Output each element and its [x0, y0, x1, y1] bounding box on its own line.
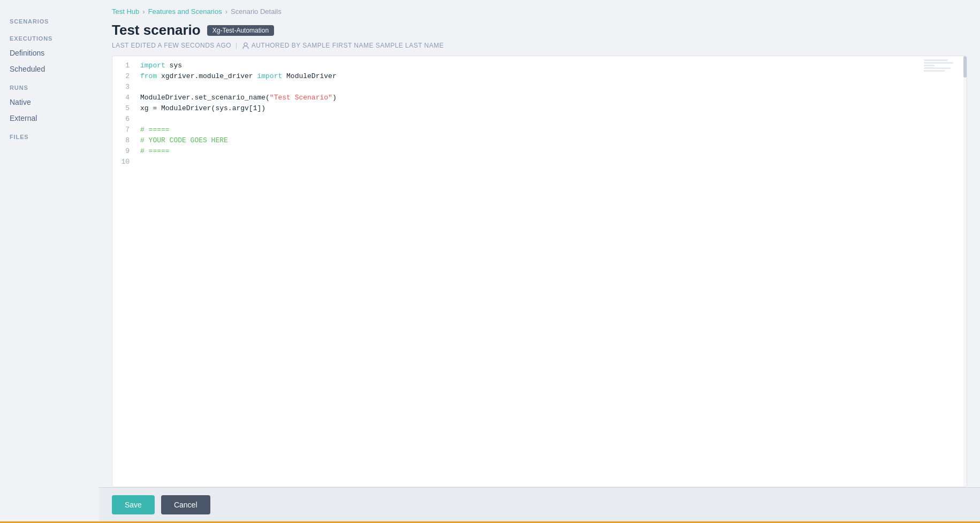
breadcrumb-sep-1: ›	[142, 7, 145, 16]
breadcrumb: Test Hub › Features and Scenarios › Scen…	[99, 0, 980, 20]
breadcrumb-hub[interactable]: Test Hub	[112, 7, 139, 16]
line-content-5: xg = ModuleDriver(sys.argv[1])	[138, 103, 967, 114]
sidebar: SCENARIOS EXECUTIONS Definitions Schedul…	[0, 0, 99, 521]
footer-bar: Save Cancel	[99, 487, 980, 521]
meta-author: AUTHORED BY SAMPLE FIRST NAME SAMPLE LAS…	[242, 42, 444, 49]
sidebar-section-scenarios: SCENARIOS	[0, 11, 99, 28]
line-content-6	[138, 114, 967, 125]
line-content-3	[138, 82, 967, 93]
code-line-1: 1 import sys	[112, 60, 967, 71]
line-content-1: import sys	[138, 60, 967, 71]
sidebar-section-files: FILES	[0, 126, 99, 143]
page-title: Test scenario	[112, 22, 201, 39]
line-num-1: 1	[112, 60, 138, 71]
breadcrumb-features[interactable]: Features and Scenarios	[148, 7, 222, 16]
author-icon	[242, 42, 249, 49]
line-num-6: 6	[112, 114, 138, 125]
code-area[interactable]: 1 import sys 2 from xgdriver.module_driv…	[112, 56, 967, 487]
line-content-9: # =====	[138, 146, 967, 157]
cancel-button[interactable]: Cancel	[161, 495, 210, 514]
sidebar-item-external[interactable]: External	[0, 110, 99, 126]
page-meta: LAST EDITED A FEW SECONDS AGO | AUTHORED…	[112, 42, 967, 49]
breadcrumb-sep-2: ›	[225, 7, 227, 16]
code-line-8: 8 # YOUR CODE GOES HERE	[112, 135, 967, 146]
main-content: Test Hub › Features and Scenarios › Scen…	[99, 0, 980, 521]
meta-edited: LAST EDITED A FEW SECONDS AGO	[112, 42, 231, 49]
line-num-8: 8	[112, 135, 138, 146]
line-content-8: # YOUR CODE GOES HERE	[138, 135, 967, 146]
code-line-2: 2 from xgdriver.module_driver import Mod…	[112, 71, 967, 82]
code-line-6: 6	[112, 114, 967, 125]
sidebar-item-scheduled[interactable]: Scheduled	[0, 61, 99, 77]
code-line-5: 5 xg = ModuleDriver(sys.argv[1])	[112, 103, 967, 114]
meta-authored: AUTHORED BY SAMPLE FIRST NAME SAMPLE LAS…	[252, 42, 444, 49]
line-num-3: 3	[112, 82, 138, 93]
breadcrumb-current: Scenario Details	[231, 7, 282, 16]
editor-scrollbar[interactable]	[963, 56, 967, 487]
page-title-row: Test scenario Xg-Test-Automation	[112, 22, 967, 39]
code-line-7: 7 # =====	[112, 125, 967, 135]
code-line-9: 9 # =====	[112, 146, 967, 157]
sidebar-item-native[interactable]: Native	[0, 94, 99, 110]
line-num-10: 10	[112, 157, 138, 167]
page-badge: Xg-Test-Automation	[207, 25, 274, 36]
line-content-2: from xgdriver.module_driver import Modul…	[138, 71, 967, 82]
line-num-5: 5	[112, 103, 138, 114]
meta-separator: |	[235, 42, 238, 49]
page-header: Test scenario Xg-Test-Automation LAST ED…	[99, 20, 980, 56]
code-editor[interactable]: 1 import sys 2 from xgdriver.module_driv…	[112, 56, 967, 487]
sidebar-section-executions: EXECUTIONS	[0, 28, 99, 45]
line-num-7: 7	[112, 125, 138, 135]
line-num-2: 2	[112, 71, 138, 82]
line-content-4: ModuleDriver.set_scenario_name("Test Sce…	[138, 93, 967, 103]
line-content-10	[138, 157, 967, 167]
line-num-4: 4	[112, 93, 138, 103]
save-button[interactable]: Save	[112, 495, 155, 514]
code-line-10: 10	[112, 157, 967, 167]
sidebar-item-definitions[interactable]: Definitions	[0, 45, 99, 61]
code-line-4: 4 ModuleDriver.set_scenario_name("Test S…	[112, 93, 967, 103]
code-line-3: 3	[112, 82, 967, 93]
line-num-9: 9	[112, 146, 138, 157]
line-content-7: # =====	[138, 125, 967, 135]
sidebar-section-runs: RUNS	[0, 77, 99, 94]
editor-scrollbar-thumb[interactable]	[963, 56, 967, 78]
svg-point-0	[244, 43, 247, 46]
